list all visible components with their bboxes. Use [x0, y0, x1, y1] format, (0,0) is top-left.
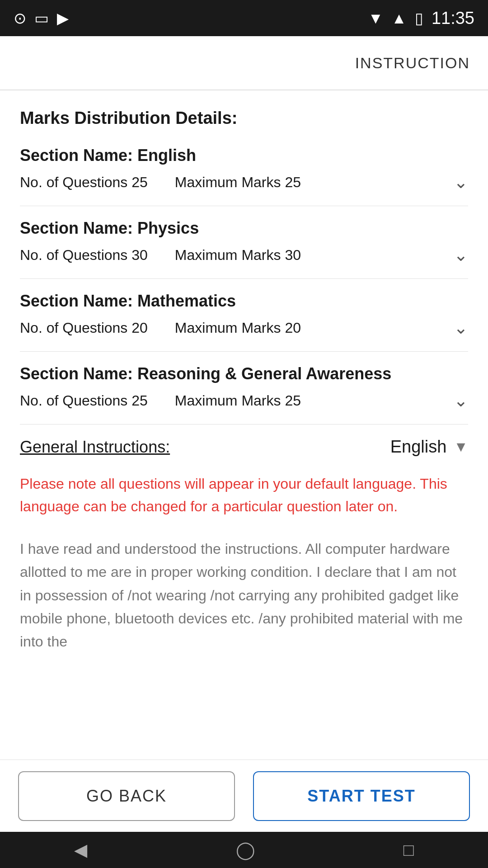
section-mathematics-max-marks: Maximum Marks 20	[175, 320, 301, 336]
go-back-button[interactable]: GO BACK	[18, 771, 235, 821]
home-nav-icon[interactable]: ◯	[236, 840, 255, 860]
start-test-button[interactable]: START TEST	[253, 771, 470, 821]
language-dropdown-arrow-icon: ▼	[454, 439, 468, 455]
section-english-details-left: No. of Questions 25 Maximum Marks 25	[20, 174, 301, 191]
section-english-max-marks: Maximum Marks 25	[175, 174, 301, 191]
nav-bar: ◀ ◯ □	[0, 832, 488, 868]
section-reasoning-details-left: No. of Questions 25 Maximum Marks 25	[20, 392, 301, 409]
section-physics-num-questions: No. of Questions 30	[20, 247, 148, 264]
section-physics: Section Name: Physics No. of Questions 3…	[20, 219, 468, 265]
section-english: Section Name: English No. of Questions 2…	[20, 146, 468, 192]
header-title: INSTRUCTION	[355, 54, 470, 72]
sd-card-icon: ▭	[34, 9, 49, 27]
status-time: 11:35	[432, 9, 474, 28]
section-reasoning-chevron[interactable]: ⌄	[454, 391, 468, 410]
warning-text: Please note all questions will appear in…	[20, 473, 468, 518]
divider-3	[20, 351, 468, 352]
section-physics-details-left: No. of Questions 30 Maximum Marks 30	[20, 247, 301, 264]
section-mathematics: Section Name: Mathematics No. of Questio…	[20, 292, 468, 338]
section-english-label: Section Name: English	[20, 146, 468, 165]
section-physics-details: No. of Questions 30 Maximum Marks 30 ⌄	[20, 245, 468, 265]
section-reasoning-num-questions: No. of Questions 25	[20, 392, 148, 409]
section-mathematics-num-questions: No. of Questions 20	[20, 320, 148, 336]
divider-2	[20, 278, 468, 279]
recents-nav-icon[interactable]: □	[404, 840, 414, 860]
section-mathematics-label: Section Name: Mathematics	[20, 292, 468, 311]
circle-icon: ⊙	[14, 9, 26, 27]
language-text: English	[390, 437, 447, 457]
section-mathematics-details-left: No. of Questions 20 Maximum Marks 20	[20, 320, 301, 336]
divider-4	[20, 424, 468, 425]
header: INSTRUCTION	[0, 36, 488, 90]
section-english-num-questions: No. of Questions 25	[20, 174, 148, 191]
section-english-details: No. of Questions 25 Maximum Marks 25 ⌄	[20, 172, 468, 192]
section-reasoning-details: No. of Questions 25 Maximum Marks 25 ⌄	[20, 391, 468, 410]
wifi-icon: ▼	[368, 9, 384, 27]
section-physics-label: Section Name: Physics	[20, 219, 468, 238]
main-content: Marks Distribution Details: Section Name…	[0, 90, 488, 760]
status-bar-left: ⊙ ▭ ▶	[14, 9, 69, 27]
general-instructions-row: General Instructions: English ▼	[20, 437, 468, 457]
battery-icon: ▯	[415, 9, 423, 27]
status-bar-right: ▼ ▲ ▯ 11:35	[368, 9, 474, 28]
general-instructions-label: General Instructions:	[20, 438, 170, 457]
section-reasoning: Section Name: Reasoning & General Awaren…	[20, 364, 468, 410]
section-physics-chevron[interactable]: ⌄	[454, 245, 468, 265]
signal-icon: ▲	[391, 9, 407, 27]
play-icon: ▶	[57, 9, 69, 27]
bottom-buttons: GO BACK START TEST	[0, 760, 488, 832]
page-title: Marks Distribution Details:	[20, 108, 468, 128]
status-bar: ⊙ ▭ ▶ ▼ ▲ ▯ 11:35	[0, 0, 488, 36]
section-reasoning-max-marks: Maximum Marks 25	[175, 392, 301, 409]
divider-1	[20, 206, 468, 206]
section-physics-max-marks: Maximum Marks 30	[175, 247, 301, 264]
section-mathematics-details: No. of Questions 20 Maximum Marks 20 ⌄	[20, 318, 468, 338]
language-selector[interactable]: English ▼	[390, 437, 468, 457]
disclaimer-text: I have read and understood the instructi…	[20, 538, 468, 653]
section-english-chevron[interactable]: ⌄	[454, 172, 468, 192]
back-nav-icon[interactable]: ◀	[74, 840, 87, 860]
section-reasoning-label: Section Name: Reasoning & General Awaren…	[20, 364, 468, 383]
section-mathematics-chevron[interactable]: ⌄	[454, 318, 468, 338]
